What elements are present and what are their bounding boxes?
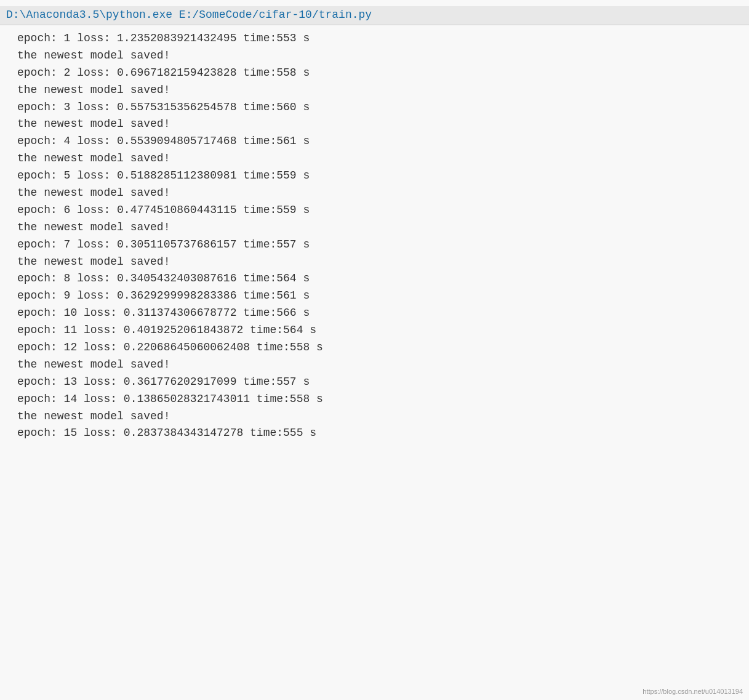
title-bar: D:\Anaconda3.5\python.exe E:/SomeCode/ci…: [0, 6, 749, 25]
output-line: epoch: 9 loss: 0.3629299998283386 time:5…: [17, 288, 731, 305]
output-line: the newest model saved!: [17, 116, 731, 133]
output-line: the newest model saved!: [17, 408, 731, 425]
output-line: epoch: 13 loss: 0.361776202917099 time:5…: [17, 374, 731, 391]
output-line: epoch: 14 loss: 0.13865028321743011 time…: [17, 391, 731, 408]
output-line: the newest model saved!: [17, 47, 731, 65]
output-line: the newest model saved!: [17, 185, 731, 202]
terminal-title: D:\Anaconda3.5\python.exe E:/SomeCode/ci…: [6, 9, 372, 21]
output-line: epoch: 10 loss: 0.311374306678772 time:5…: [17, 305, 731, 322]
output-line: the newest model saved!: [17, 356, 731, 374]
output-line: epoch: 15 loss: 0.2837384343147278 time:…: [17, 425, 731, 442]
output-line: epoch: 7 loss: 0.3051105737686157 time:5…: [17, 236, 731, 254]
output-line: the newest model saved!: [17, 150, 731, 167]
output-line: the newest model saved!: [17, 254, 731, 271]
output-line: epoch: 3 loss: 0.5575315356254578 time:5…: [17, 99, 731, 116]
output-area: epoch: 1 loss: 1.2352083921432495 time:5…: [0, 28, 749, 448]
terminal-window: D:\Anaconda3.5\python.exe E:/SomeCode/ci…: [0, 0, 749, 700]
output-line: epoch: 5 loss: 0.5188285112380981 time:5…: [17, 167, 731, 185]
output-line: epoch: 11 loss: 0.4019252061843872 time:…: [17, 322, 731, 339]
output-line: epoch: 1 loss: 1.2352083921432495 time:5…: [17, 30, 731, 47]
output-line: the newest model saved!: [17, 219, 731, 236]
output-line: epoch: 8 loss: 0.3405432403087616 time:5…: [17, 270, 731, 288]
output-line: epoch: 4 loss: 0.5539094805717468 time:5…: [17, 133, 731, 150]
output-line: the newest model saved!: [17, 82, 731, 99]
watermark: https://blog.csdn.net/u014013194: [643, 688, 743, 695]
output-line: epoch: 12 loss: 0.22068645060062408 time…: [17, 339, 731, 356]
output-line: epoch: 2 loss: 0.6967182159423828 time:5…: [17, 65, 731, 82]
output-line: epoch: 6 loss: 0.4774510860443115 time:5…: [17, 202, 731, 219]
